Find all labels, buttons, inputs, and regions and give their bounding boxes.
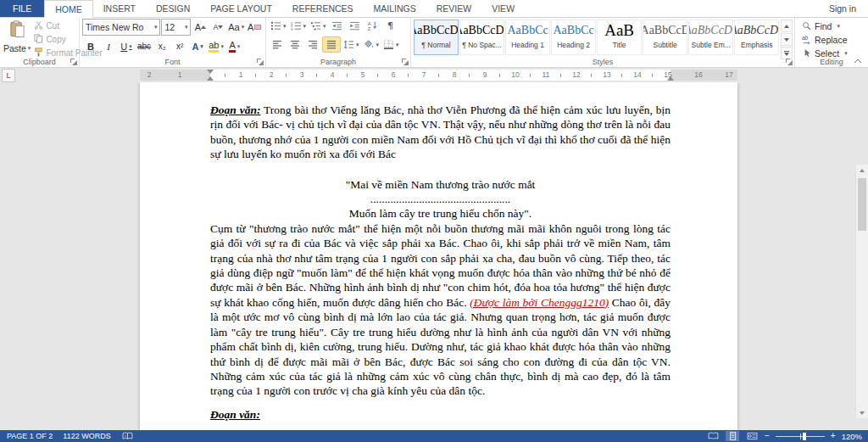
find-button[interactable]: Find <box>802 20 865 32</box>
multilevel-list-button[interactable] <box>309 19 328 33</box>
ruler-number: 17 <box>725 70 732 81</box>
first-line-indent-marker[interactable] <box>207 70 214 74</box>
style-sample: AaB <box>604 20 634 41</box>
collapse-ribbon-button[interactable] <box>852 54 864 64</box>
align-right-button[interactable] <box>304 37 321 52</box>
style-title[interactable]: AaB Title <box>597 20 642 55</box>
font-dialog-launcher[interactable] <box>256 58 264 65</box>
tab-insert[interactable]: INSERT <box>93 0 146 17</box>
intro-heading: Đoạn văn: <box>210 104 260 116</box>
bold-button[interactable]: B <box>82 39 99 53</box>
quote-line-1: "Mai về miền Nam thương trào nước mắt <box>210 177 670 192</box>
style-sample: AaBbCcDc <box>414 20 459 41</box>
text-effects-button[interactable]: A <box>189 39 206 53</box>
italic-button[interactable]: I <box>100 39 117 53</box>
editing-group: Find ab Replace Select Editing <box>795 17 868 67</box>
style-name: Subtle Em... <box>692 41 731 49</box>
subscript-button[interactable]: x₂ <box>153 39 170 53</box>
clipboard-dialog-launcher[interactable] <box>70 58 77 65</box>
style-no-spacing[interactable]: AaBbCcDc ¶ No Spac... <box>459 20 504 55</box>
style-subtle-emphasis[interactable]: AaBbCcDc Subtle Em... <box>688 20 733 55</box>
font-size-combo[interactable]: 12 <box>161 19 191 36</box>
document-page[interactable]: Đoạn văn: Trong bài thơ Viếng lăng Bác, … <box>140 82 737 430</box>
tab-page-layout[interactable]: PAGE LAYOUT <box>200 0 282 17</box>
paragraph-dialog-launcher[interactable] <box>401 58 409 65</box>
tab-home[interactable]: HOME <box>44 0 93 18</box>
horizontal-ruler: 211234567891011121314151617 <box>140 70 737 81</box>
tab-design[interactable]: DESIGN <box>146 0 200 17</box>
ruler-number: 2 <box>147 70 152 81</box>
align-center-button[interactable] <box>287 37 303 52</box>
borders-button[interactable] <box>381 37 401 52</box>
strikethrough-button[interactable]: abc <box>136 39 153 53</box>
show-paragraph-marks-button[interactable]: ¶ <box>382 19 399 33</box>
style-emphasis[interactable]: AaBbCcDc Emphasis <box>734 20 779 55</box>
grow-font-button[interactable]: A <box>192 20 209 35</box>
change-case-button[interactable]: Aa <box>227 20 245 35</box>
replace-label: Replace <box>815 35 848 45</box>
sort-icon: AZ <box>367 21 378 31</box>
bullets-button[interactable] <box>269 19 288 33</box>
align-left-button[interactable] <box>269 37 286 52</box>
ribbon-tab-bar: FILE HOME INSERT DESIGN PAGE LAYOUT REFE… <box>0 0 868 18</box>
style-sample: AaBbCcD <box>643 20 687 41</box>
sort-button[interactable]: AZ <box>364 19 381 33</box>
right-indent-marker[interactable] <box>667 76 674 81</box>
tab-file[interactable]: FILE <box>0 0 44 17</box>
shrink-font-arrow-icon <box>218 25 223 29</box>
zoom-in-button[interactable]: + <box>831 432 836 440</box>
style-normal[interactable]: AaBbCcDc ¶ Normal <box>414 20 459 55</box>
proofing-errors-icon[interactable] <box>121 431 135 441</box>
shrink-font-button[interactable]: A <box>209 20 226 35</box>
clear-formatting-button[interactable]: A <box>246 20 263 35</box>
font-color-label: A <box>229 41 235 53</box>
style-sample: AaBbCc <box>554 20 594 41</box>
scroll-down-button[interactable] <box>856 407 868 418</box>
increase-indent-button[interactable] <box>347 19 364 33</box>
shading-button[interactable] <box>362 37 381 52</box>
tab-stop-selector[interactable]: L <box>2 69 15 82</box>
scrollbar-thumb[interactable] <box>858 178 866 231</box>
font-color-button[interactable]: A <box>226 39 243 53</box>
font-family-combo[interactable]: Times New Ro <box>82 19 160 36</box>
sign-in-link[interactable]: Sign in <box>817 0 868 17</box>
increase-indent-icon <box>349 21 360 31</box>
bold-label: B <box>87 42 94 52</box>
tab-review[interactable]: REVIEW <box>426 0 481 17</box>
justify-button[interactable] <box>322 36 341 53</box>
replace-button[interactable]: ab Replace <box>802 34 865 46</box>
web-layout-button[interactable] <box>745 431 759 441</box>
print-layout-button[interactable] <box>726 431 739 441</box>
scroll-up-button[interactable] <box>856 165 868 176</box>
highlight-color-button[interactable]: ab <box>207 39 225 53</box>
vertical-scrollbar[interactable] <box>855 165 868 418</box>
zoom-slider-thumb[interactable] <box>803 433 806 440</box>
style-heading-2[interactable]: AaBbCc Heading 2 <box>551 20 596 55</box>
word-count[interactable]: 1122 WORDS <box>63 432 110 440</box>
underline-button[interactable]: U <box>118 39 135 53</box>
read-mode-button[interactable] <box>706 431 720 441</box>
multilevel-list-icon <box>310 21 321 31</box>
left-indent-marker[interactable] <box>207 76 214 81</box>
paste-button[interactable]: Paste <box>3 19 31 61</box>
styles-scroll-down-button[interactable] <box>781 33 793 46</box>
numbering-button[interactable]: 123 <box>289 19 309 33</box>
ruler-row: L 211234567891011121314151617 <box>0 68 856 82</box>
zoom-slider[interactable] <box>776 433 825 440</box>
ruler-number: 1 <box>239 70 243 81</box>
style-subtitle[interactable]: AaBbCcD Subtitle <box>643 20 687 55</box>
tab-references[interactable]: REFERENCES <box>282 0 364 17</box>
document-content[interactable]: Đoạn văn: Trong bài thơ Viếng lăng Bác, … <box>210 103 670 422</box>
zoom-out-button[interactable]: − <box>765 432 770 440</box>
line-spacing-button[interactable] <box>342 37 361 52</box>
decrease-indent-button[interactable] <box>329 19 346 33</box>
zoom-percentage[interactable]: 120% <box>842 432 862 441</box>
style-heading-1[interactable]: AaBbCc Heading 1 <box>505 20 550 55</box>
tab-mailings[interactable]: MAILINGS <box>364 0 426 17</box>
tab-view[interactable]: VIEW <box>481 0 525 17</box>
superscript-button[interactable]: x² <box>171 39 188 53</box>
styles-dialog-launcher[interactable] <box>785 58 793 65</box>
styles-scroll-up-button[interactable] <box>781 20 793 32</box>
page-indicator[interactable]: PAGE 1 OF 2 <box>7 432 53 440</box>
zoom-slider-midpoint <box>800 434 801 439</box>
